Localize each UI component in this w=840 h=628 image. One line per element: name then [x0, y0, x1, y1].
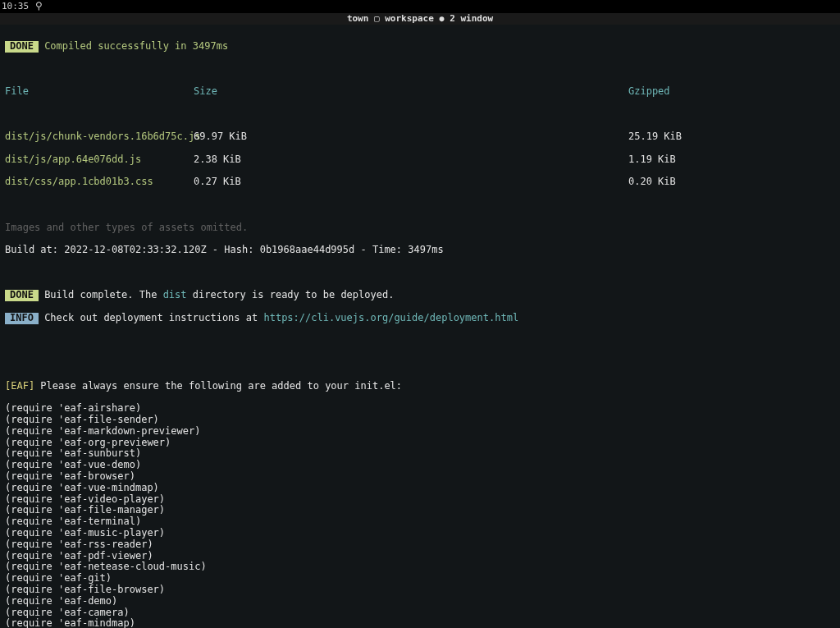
- col-gzip: Gzipped: [628, 86, 670, 98]
- done-badge: DONE: [5, 290, 39, 301]
- require-line: (require 'eaf-netease-cloud-music): [5, 562, 835, 573]
- require-line: (require 'eaf-mindmap): [5, 618, 835, 628]
- table-row: dist/js/app.64e076dd.js2.38 KiB1.19 KiB: [5, 154, 835, 166]
- table-header: FileSizeGzipped: [5, 86, 835, 98]
- pin-icon: ⚲: [35, 1, 43, 12]
- col-size: Size: [194, 86, 628, 98]
- require-line: (require 'eaf-music-player): [5, 528, 835, 539]
- require-line: (require 'eaf-camera): [5, 607, 835, 619]
- require-line: (require 'eaf-git): [5, 573, 835, 584]
- table-row: dist/js/chunk-vendors.16b6d75c.js69.97 K…: [5, 131, 835, 143]
- sep-icon: ▢: [374, 13, 380, 24]
- build-complete-line: DONE Build complete. The dist directory …: [5, 290, 835, 301]
- require-line: (require 'eaf-vue-mindmap): [5, 483, 835, 494]
- require-line: (require 'eaf-org-previewer): [5, 438, 835, 449]
- info-badge: INFO: [5, 313, 39, 324]
- require-line: (require 'eaf-pdf-viewer): [5, 551, 835, 562]
- window-info: 2 window: [450, 13, 493, 24]
- done-badge: DONE: [5, 41, 39, 53]
- workspace-label: workspace: [385, 13, 434, 24]
- eaf-intro: [EAF] Please always ensure the following…: [5, 381, 835, 392]
- require-line: (require 'eaf-video-player): [5, 494, 835, 506]
- window-header: town ▢ workspace ● 2 window: [0, 13, 840, 25]
- compile-status-line: DONE Compiled successfully in 3497ms: [5, 41, 835, 53]
- host-label: town: [347, 13, 369, 24]
- deploy-url[interactable]: https://cli.vuejs.org/guide/deployment.h…: [263, 312, 518, 323]
- terminal-output[interactable]: DONE Compiled successfully in 3497ms Fil…: [0, 25, 840, 628]
- require-line: (require 'eaf-markdown-previewer): [5, 426, 835, 438]
- build-meta: Build at: 2022-12-08T02:33:32.120Z - Has…: [5, 245, 835, 256]
- assets-omitted: Images and other types of assets omitted…: [5, 222, 835, 234]
- bullet-icon: ●: [439, 14, 444, 23]
- require-line: (require 'eaf-file-sender): [5, 415, 835, 426]
- table-row: dist/css/app.1cbd01b3.css0.27 KiB0.20 Ki…: [5, 176, 835, 188]
- require-line: (require 'eaf-vue-demo): [5, 460, 835, 471]
- col-file: File: [5, 86, 194, 98]
- info-line: INFO Check out deployment instructions a…: [5, 313, 835, 324]
- require-line: (require 'eaf-terminal): [5, 516, 835, 528]
- require-line: (require 'eaf-file-manager): [5, 505, 835, 516]
- require-line: (require 'eaf-demo): [5, 596, 835, 607]
- system-top-bar: 10:35 ⚲: [0, 0, 840, 13]
- require-line: (require 'eaf-sunburst): [5, 448, 835, 460]
- require-line: (require 'eaf-browser): [5, 471, 835, 483]
- require-line: (require 'eaf-rss-reader): [5, 539, 835, 551]
- require-line: (require 'eaf-file-browser): [5, 584, 835, 596]
- require-line: (require 'eaf-airshare): [5, 403, 835, 415]
- compile-msg: Compiled successfully in 3497ms: [44, 40, 228, 52]
- clock: 10:35: [2, 2, 29, 12]
